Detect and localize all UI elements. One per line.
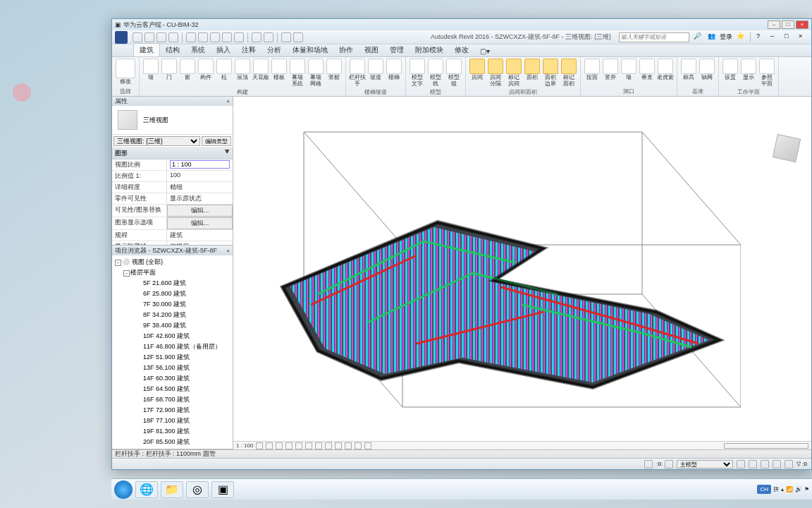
comm-icon[interactable]: 👥 [708,32,718,42]
tray-sound-icon[interactable]: 🔊 [795,486,802,492]
taskbar-explorer[interactable]: 📁 [161,481,183,498]
graphic-display-button[interactable]: 编辑... [167,217,233,229]
constraints-icon[interactable] [364,442,371,449]
3d-viewport[interactable] [233,97,811,441]
qat-tag-icon[interactable] [222,32,232,42]
start-button[interactable] [114,480,133,499]
detail-level[interactable]: 精细 [167,182,233,193]
ribbon-g-room-3[interactable]: 面积 [524,59,541,81]
ribbon-g-work-0[interactable]: 设置 [722,59,739,81]
type-preview[interactable]: 三维视图 [112,106,233,135]
ribbon-g-build-9[interactable]: 幕墙 网格 [307,59,324,87]
tree-floor-8[interactable]: 13F 56.100 建筑 [130,363,231,373]
tree-floor-10[interactable]: 15F 64.500 建筑 [130,384,231,394]
favorites-icon[interactable]: ⭐ [737,32,746,42]
qat-open-icon[interactable] [133,32,142,42]
ribbon-g-room-4[interactable]: 面积 边界 [542,59,559,87]
unhide-icon[interactable] [325,442,332,449]
edit-type-button[interactable]: 编辑类型 [202,136,231,146]
type-selector[interactable]: 三维视图: {三维} [113,136,200,146]
tab-analyze[interactable]: 分析 [262,44,287,56]
app-menu-button[interactable] [115,31,128,44]
parts-vis[interactable]: 显示原状态 [167,193,233,204]
ribbon-g-datum-0[interactable]: 标高 [680,59,697,81]
vg-override-button[interactable]: 编辑... [167,205,233,217]
ribbon-g-build-6[interactable]: 天花板 [252,59,269,81]
tree-floor-4[interactable]: 9F 38.400 建筑 [130,320,231,331]
tray-net-icon[interactable]: 📶 [786,486,793,492]
login-button[interactable]: 登录 [720,32,732,42]
view-cube[interactable] [769,131,804,166]
qat-text-icon[interactable] [234,32,244,42]
close-button[interactable]: × [796,20,808,29]
ribbon-g-work-2[interactable]: 参照 平面 [758,59,775,87]
qat-measure-icon[interactable] [198,32,208,42]
drag-icon[interactable] [785,460,793,468]
tree-floor-0[interactable]: 5F 21.600 建筑 [130,278,231,289]
taskbar-revit[interactable]: ▣ [211,481,234,498]
tree-floor-14[interactable]: 19F 81.300 建筑 [130,426,231,437]
crop-icon[interactable] [305,442,312,449]
ribbon-g-open-1[interactable]: 竖井 [602,59,619,81]
ribbon-g-open-0[interactable]: 按面 [584,59,601,81]
help-search-input[interactable] [619,32,689,42]
select-underlay-icon[interactable] [749,460,757,468]
ribbon-g-build-4[interactable]: 柱 [216,59,233,81]
qat-save-icon[interactable] [144,32,154,42]
detail-icon[interactable] [256,442,263,449]
discipline[interactable]: 建筑 [167,230,233,241]
tab-structure[interactable]: 结构 [160,44,185,56]
qat-dim-icon[interactable] [210,32,220,42]
help-icon[interactable]: ? [756,32,766,42]
shadows-icon[interactable] [285,442,293,449]
ribbon-g-work-1[interactable]: 显示 [740,59,757,81]
tree-floor-9[interactable]: 14F 60.300 建筑 [130,373,231,384]
main-model-select[interactable]: 主模型 [677,460,733,468]
ribbon-g-room-1[interactable]: 房间 分隔 [487,59,504,87]
project-browser-tree[interactable]: ⚪ 视图 (全部) 楼层平面 5F 21.600 建筑6F 25.800 建筑7… [112,255,233,449]
modify-button[interactable]: 修改 [115,59,136,85]
view-scale[interactable]: 1 : 100 [236,442,253,449]
infocenter-icon[interactable]: 🔎 [694,32,703,42]
ribbon-g-model-0[interactable]: 模型 文字 [409,59,426,87]
tab-collab[interactable]: 协作 [333,44,359,56]
tree-floorplans[interactable]: 楼层平面 [122,267,231,278]
tree-floor-6[interactable]: 11F 46.800 建筑（备用层） [130,341,231,352]
qat-3d-icon[interactable] [252,32,262,42]
tree-floor-12[interactable]: 17F 72.900 建筑 [130,405,231,416]
qat-redo-icon[interactable] [168,32,178,42]
worksets-icon[interactable] [644,460,653,468]
ribbon-g-room-5[interactable]: 标记 面积 [560,59,577,87]
tray-arrow-icon[interactable]: ▴ [781,486,784,492]
editable-icon[interactable] [665,460,673,468]
browser-close-icon[interactable]: × [226,248,230,254]
taskbar-ie[interactable]: 🌐 [135,481,158,498]
ribbon-g-stair-2[interactable]: 楼梯 [386,59,402,81]
tray-ime-icon[interactable]: 拼 [773,485,779,493]
ribbon-g-open-3[interactable]: 垂直 [639,59,656,81]
tree-floor-13[interactable]: 18F 77.100 建筑 [130,416,231,426]
scale-input[interactable] [170,160,230,169]
qat-section-icon[interactable] [264,32,273,42]
tree-floor-11[interactable]: 16F 68.700 建筑 [130,394,231,405]
tree-root[interactable]: ⚪ 视图 (全部) [113,257,231,267]
select-face-icon[interactable] [773,460,781,468]
tree-floor-5[interactable]: 10F 42.600 建筑 [130,331,231,341]
tab-architecture[interactable]: 建筑 [133,43,160,56]
analytical-icon[interactable] [345,442,352,449]
ribbon-g-build-3[interactable]: 构件 [197,59,214,81]
taskbar-app1[interactable]: ◎ [186,481,209,498]
ribbon-g-build-10[interactable]: 竖梃 [326,59,343,81]
ribbon-g-open-2[interactable]: 墙 [620,59,637,81]
props-close-icon[interactable]: × [226,98,230,104]
tab-manage[interactable]: 管理 [384,44,410,56]
lang-indicator[interactable]: CH [757,485,771,494]
ribbon-g-model-2[interactable]: 模型 组 [445,59,462,87]
ribbon-g-room-2[interactable]: 标记 房间 [505,59,522,87]
tab-extra-icon[interactable]: ▢▾ [474,46,496,56]
ribbon-g-build-7[interactable]: 楼板 [271,59,288,81]
select-links-icon[interactable] [737,460,745,468]
ribbon-g-stair-1[interactable]: 坡道 [367,59,384,81]
tree-floor-15[interactable]: 20F 85.500 建筑 [130,437,231,447]
tab-addins[interactable]: 附加模块 [410,44,449,56]
